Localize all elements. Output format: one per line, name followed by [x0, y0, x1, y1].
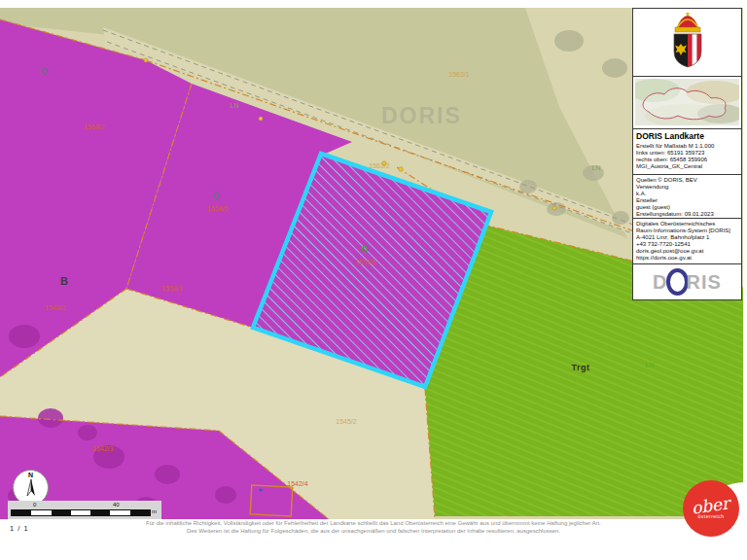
label-1542-4: 1542/4	[287, 480, 307, 487]
overview-map	[633, 77, 741, 129]
map-info-block: DORIS Landkarte Erstellt für Maßstab M 1…	[633, 129, 741, 175]
org-address: A-4021 Linz, Bahnhofplatz 1	[636, 234, 738, 241]
compass-arrow-icon	[25, 479, 37, 499]
oberoesterreich-logo: ober österreich	[683, 480, 739, 537]
map-page: DORIS Q 1558/2 LN 1563/1 Q 1558/5 1563/2…	[0, 0, 747, 560]
contact-block: Digitales Oberösterreichisches Raum-Info…	[633, 219, 741, 264]
scale-forty-label: 40	[113, 502, 120, 508]
scale-line: Erstellt für Maßstab M 1:1.000	[636, 143, 738, 150]
upper-austria-outline-map	[635, 79, 739, 125]
coords-ll-line: links unten: 65191 359723	[636, 150, 738, 157]
map-symbol-q-green: Q	[361, 244, 368, 254]
org-url: https://doris.ooe.gv.at	[636, 255, 738, 262]
org-name-1: Digitales Oberösterreichisches	[636, 221, 738, 228]
coords-ur-line: rechts oben: 65458 359906	[636, 157, 738, 163]
upper-austria-arms-icon	[661, 13, 714, 73]
projection-line: MGI_Austria_GK_Central	[636, 163, 738, 170]
coat-of-arms	[633, 9, 741, 77]
map-symbol-q: Q	[40, 66, 47, 76]
north-label: N	[14, 471, 48, 479]
label-1558-5: 1558/5	[207, 205, 228, 212]
map-legend-panel: DORIS Landkarte Erstellt für Maßstab M 1…	[632, 8, 742, 300]
org-email: doris.geol.post@ooe.gv.at	[636, 248, 738, 255]
label-1563-2: 1563/2	[369, 162, 389, 169]
org-phone: +43 732-7720-12541	[636, 241, 738, 248]
label-1558-6: 1558/6	[355, 259, 375, 265]
label-1558-3: 1558/3	[161, 285, 182, 292]
label-1548-2: 1548/2	[45, 304, 65, 311]
label-trgt: Trgt	[572, 363, 590, 372]
doris-logo-ring-icon	[666, 268, 689, 296]
label-ln-2: LN	[592, 164, 601, 171]
panel-title: DORIS Landkarte	[636, 131, 738, 141]
label-1558-2: 1558/2	[84, 123, 104, 130]
creation-date: Erstellungsdatum: 09.01.2023	[636, 211, 738, 218]
label-ln-1: LN	[231, 102, 239, 109]
doris-watermark: DORIS	[381, 103, 462, 129]
sources-line: Quellen © DORIS, BEV	[636, 177, 738, 184]
label-1545-2: 1545/2	[336, 418, 356, 425]
scale-bar: 0 40 m	[8, 501, 161, 519]
org-name-2: Raum-Informations-System [DORIS]	[636, 228, 738, 234]
creator-label: Ersteller	[636, 197, 738, 204]
usage-value: k.A.	[636, 191, 738, 197]
disclaimer-line-2: Des Weiteren ist die Haftung für Folgesc…	[0, 528, 747, 536]
survey-point	[259, 488, 262, 491]
creator-value: guest (guest)	[636, 204, 738, 211]
usage-label: Verwendung	[636, 184, 738, 191]
ober-logo-script: ober	[691, 496, 730, 515]
disclaimer-footer: Für die inhaltliche Richtigkeit, Vollstä…	[0, 520, 747, 535]
map-symbol-q: Q	[212, 191, 219, 200]
scale-unit-label: m	[152, 508, 157, 514]
label-1563-1: 1563/1	[448, 71, 469, 78]
source-block: Quellen © DORIS, BEV Verwendung k.A. Ers…	[633, 175, 741, 219]
label-ln-3: LN	[646, 362, 655, 368]
doris-logo: D RIS	[633, 264, 741, 299]
label-b: B	[60, 275, 68, 287]
scale-bar-segments	[11, 509, 151, 516]
label-1542-3: 1542/3	[92, 445, 113, 452]
disclaimer-line-1: Für die inhaltliche Richtigkeit, Vollstä…	[0, 520, 747, 528]
scale-zero-label: 0	[33, 502, 36, 508]
doris-logo-ris: RIS	[687, 271, 722, 294]
